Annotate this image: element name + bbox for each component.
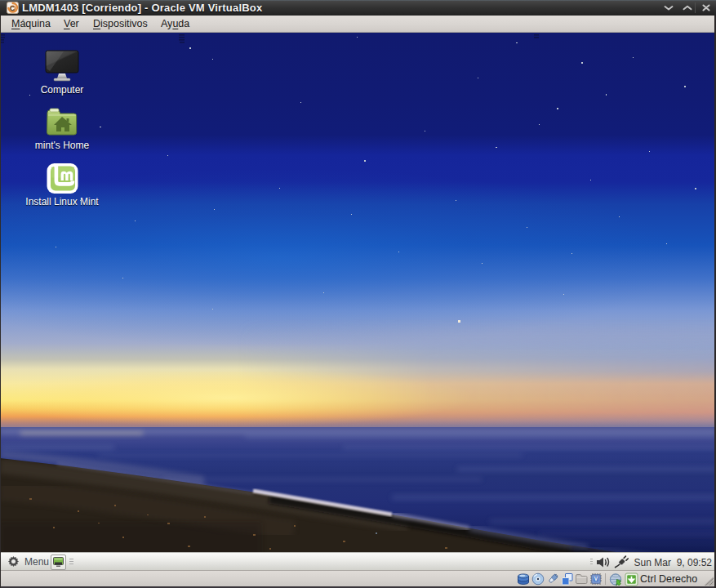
svg-text:V: V [594,576,598,581]
